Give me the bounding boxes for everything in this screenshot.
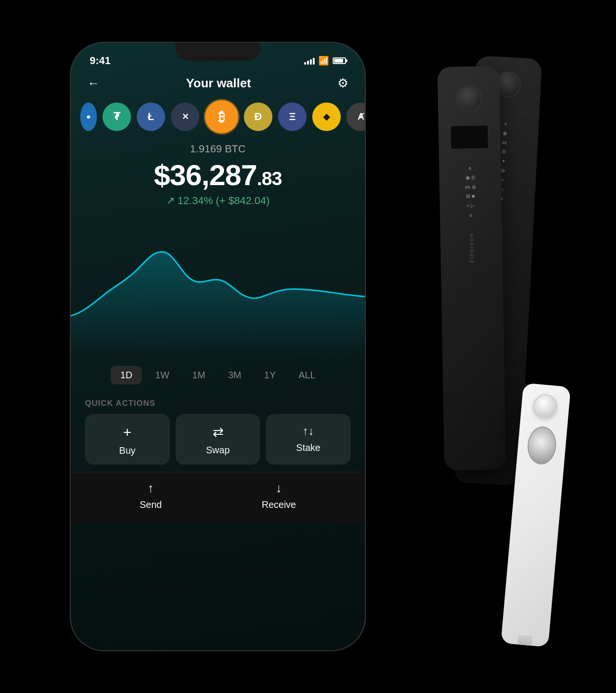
- swap-button[interactable]: ⇄ Swap: [176, 414, 261, 465]
- usd-whole: $36,287: [154, 159, 257, 191]
- coin-bnb[interactable]: ◆: [312, 103, 341, 131]
- hardware-wallet-front: ∧◉ B⋈ ⊕⊞ ■+ ▷∨ Ethereum: [438, 66, 506, 470]
- back-button[interactable]: ←: [87, 76, 100, 91]
- page-title: Your wallet: [186, 76, 251, 91]
- hw-screen: [450, 125, 489, 149]
- status-icons: 📶: [304, 56, 346, 66]
- hw-icons-front: ∧◉ B⋈ ⊕⊞ ■+ ▷∨: [465, 164, 476, 220]
- coin-litecoin[interactable]: Ł: [137, 103, 165, 131]
- time-filter-1m[interactable]: 1M: [183, 366, 215, 384]
- time-filter-1d[interactable]: 1D: [111, 366, 142, 384]
- buy-button[interactable]: + Buy: [85, 414, 170, 465]
- balance-change: ↗ 12.34% (+ $842.04): [71, 195, 365, 207]
- time-filter-3m[interactable]: 3M: [219, 366, 251, 384]
- hw-white-circle-large: [526, 425, 558, 466]
- usd-balance: $36,287.83: [71, 158, 365, 192]
- quick-actions-label: QUICK ACTIONS: [85, 399, 351, 408]
- time-filter-all[interactable]: ALL: [289, 366, 325, 384]
- coin-dogecoin[interactable]: Ð: [244, 103, 272, 131]
- coin-ethereum[interactable]: Ξ: [278, 103, 307, 131]
- wifi-icon: 📶: [318, 56, 329, 66]
- send-button[interactable]: ↑ Send: [140, 481, 162, 510]
- coin-partial[interactable]: ●: [80, 103, 97, 131]
- action-buttons: + Buy ⇄ Swap ↑↓ Stake: [85, 414, 351, 465]
- status-time: 9:41: [90, 55, 111, 67]
- phone: 9:41 📶 ← Your wallet: [71, 43, 365, 650]
- coin-tether[interactable]: ₮: [103, 103, 131, 131]
- receive-button[interactable]: ↓ Receive: [261, 481, 296, 510]
- coin-xrp[interactable]: ✕: [171, 103, 199, 131]
- swap-icon: ⇄: [213, 424, 224, 440]
- notch: [175, 43, 261, 61]
- coin-carousel: ● ₮ Ł ✕ ₿ Ð Ξ ◆ Ⱥ: [71, 98, 365, 140]
- hw-white-button: [532, 393, 558, 419]
- receive-icon: ↓: [276, 481, 282, 496]
- coin-bitcoin[interactable]: ₿: [205, 100, 238, 133]
- settings-button[interactable]: ⚙: [337, 76, 348, 91]
- hw-text-ethereum: Ethereum: [468, 233, 475, 263]
- time-filter-1w[interactable]: 1W: [146, 366, 179, 384]
- time-filter-1y[interactable]: 1Y: [255, 366, 285, 384]
- signal-icon: [304, 57, 315, 65]
- time-filters: 1D 1W 1M 3M 1Y ALL: [71, 361, 365, 394]
- bottom-bar: ↑ Send ↓ Receive: [71, 472, 365, 524]
- send-label: Send: [140, 499, 162, 510]
- stake-label: Stake: [296, 442, 320, 453]
- usd-cents: .83: [257, 168, 282, 189]
- quick-actions-section: QUICK ACTIONS + Buy ⇄ Swap ↑↓ Stake: [71, 394, 365, 472]
- send-icon: ↑: [148, 481, 154, 496]
- chart-svg: [71, 214, 365, 356]
- stake-button[interactable]: ↑↓ Stake: [266, 414, 351, 465]
- battery-icon: [333, 57, 346, 64]
- hw-connector: [516, 635, 532, 647]
- crypto-amount: 1.9169 BTC: [71, 143, 365, 155]
- receive-label: Receive: [261, 499, 296, 510]
- buy-label: Buy: [119, 445, 135, 456]
- buy-icon: +: [123, 424, 132, 440]
- balance-section: 1.9169 BTC $36,287.83 ↗ 12.34% (+ $842.0…: [71, 140, 365, 214]
- swap-label: Swap: [206, 445, 230, 456]
- coin-algorand[interactable]: Ⱥ: [346, 103, 365, 131]
- header: ← Your wallet ⚙: [71, 71, 365, 98]
- hw-button-front: [456, 85, 482, 112]
- scene: 9:41 📶 ← Your wallet: [47, 19, 569, 674]
- price-chart: [71, 214, 365, 361]
- stake-icon: ↑↓: [303, 424, 314, 438]
